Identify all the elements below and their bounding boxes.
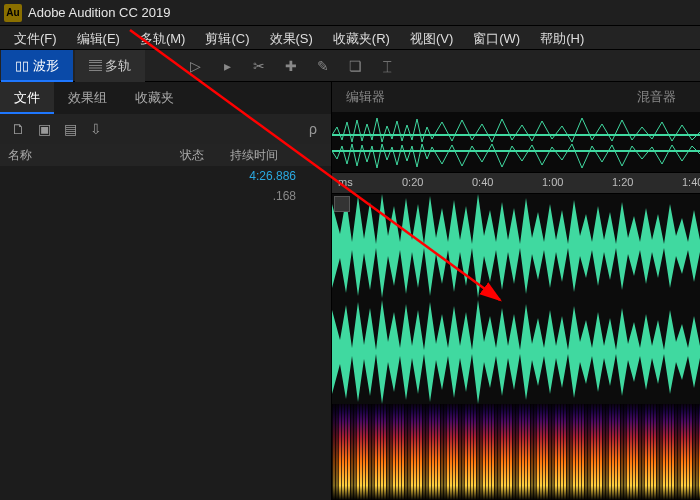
menu-file[interactable]: 文件(F) bbox=[4, 26, 67, 49]
col-name[interactable]: 名称 bbox=[0, 147, 180, 164]
title-bar: Au Adobe Audition CC 2019 bbox=[0, 0, 700, 26]
ruler-mark: 0:20 bbox=[402, 176, 423, 188]
panel-toolbar: 🗋 ▣ ▤ ⇩ ρ bbox=[0, 114, 331, 144]
menu-clip[interactable]: 剪辑(C) bbox=[195, 26, 259, 49]
menu-window[interactable]: 窗口(W) bbox=[463, 26, 530, 49]
app-icon: Au bbox=[4, 4, 22, 22]
file-list-header: 名称 状态 持续时间 bbox=[0, 144, 331, 166]
panel-tabs: 文件 效果组 收藏夹 bbox=[0, 82, 331, 114]
import-icon[interactable]: ⇩ bbox=[86, 120, 106, 138]
multitrack-icon: ▤ bbox=[89, 58, 102, 73]
workspace-waveform-label: 波形 bbox=[33, 58, 59, 73]
main-area: 文件 效果组 收藏夹 🗋 ▣ ▤ ⇩ ρ 名称 状态 持续时间 4:26.886 bbox=[0, 82, 700, 500]
razor-tool-icon[interactable]: ✂ bbox=[250, 58, 268, 74]
brush-tool-icon[interactable]: ✎ bbox=[314, 58, 332, 74]
spectrogram[interactable] bbox=[332, 404, 700, 500]
editor-panel: 编辑器 混音器 ms 0:20 0:40 1:00 1:20 1:40 bbox=[332, 82, 700, 500]
file-list: 4:26.886 .168 bbox=[0, 166, 331, 206]
workspace-waveform-button[interactable]: ▯▯ 波形 bbox=[1, 50, 73, 82]
move-tool-icon[interactable]: ▷ bbox=[186, 58, 204, 74]
menu-help[interactable]: 帮助(H) bbox=[530, 26, 594, 49]
workspace-multitrack-button[interactable]: ▤ 多轨 bbox=[75, 50, 146, 82]
ruler-unit: ms bbox=[338, 176, 353, 188]
main-waveform[interactable] bbox=[332, 194, 700, 404]
workspace-multitrack-label: 多轨 bbox=[105, 58, 131, 73]
track-handle[interactable] bbox=[334, 196, 350, 212]
file-row[interactable]: 4:26.886 bbox=[0, 166, 331, 186]
cursor-tool-icon[interactable]: ▸ bbox=[218, 58, 236, 74]
search-icon[interactable]: ρ bbox=[303, 120, 323, 138]
selection-tool-icon[interactable]: ⌶ bbox=[378, 58, 396, 74]
svg-rect-0 bbox=[332, 112, 700, 172]
col-duration[interactable]: 持续时间 bbox=[230, 147, 310, 164]
tab-mixer[interactable]: 混音器 bbox=[623, 82, 690, 112]
stamp-tool-icon[interactable]: ❏ bbox=[346, 58, 364, 74]
file-duration: .168 bbox=[230, 189, 310, 203]
record-icon[interactable]: ▣ bbox=[34, 120, 54, 138]
tab-effects-rack[interactable]: 效果组 bbox=[54, 82, 121, 114]
time-ruler[interactable]: ms 0:20 0:40 1:00 1:20 1:40 bbox=[332, 172, 700, 194]
editor-tabs: 编辑器 混音器 bbox=[332, 82, 700, 112]
menu-bar: 文件(F) 编辑(E) 多轨(M) 剪辑(C) 效果(S) 收藏夹(R) 视图(… bbox=[0, 26, 700, 50]
toolbar: ▯▯ 波形 ▤ 多轨 ▷ ▸ ✂ ✚ ✎ ❏ ⌶ bbox=[0, 50, 700, 82]
ruler-mark: 1:40 bbox=[682, 176, 700, 188]
col-status[interactable]: 状态 bbox=[180, 147, 230, 164]
ruler-mark: 0:40 bbox=[472, 176, 493, 188]
ruler-mark: 1:00 bbox=[542, 176, 563, 188]
tab-favorites[interactable]: 收藏夹 bbox=[121, 82, 188, 114]
waveform-icon: ▯▯ bbox=[15, 58, 29, 73]
heal-tool-icon[interactable]: ✚ bbox=[282, 58, 300, 74]
file-row[interactable]: .168 bbox=[0, 186, 331, 206]
new-multitrack-icon[interactable]: ▤ bbox=[60, 120, 80, 138]
tab-editor[interactable]: 编辑器 bbox=[332, 82, 399, 112]
files-panel: 文件 效果组 收藏夹 🗋 ▣ ▤ ⇩ ρ 名称 状态 持续时间 4:26.886 bbox=[0, 82, 332, 500]
menu-multitrack[interactable]: 多轨(M) bbox=[130, 26, 196, 49]
tab-files[interactable]: 文件 bbox=[0, 82, 54, 114]
menu-favorites[interactable]: 收藏夹(R) bbox=[323, 26, 400, 49]
file-duration: 4:26.886 bbox=[230, 169, 310, 183]
overview-waveform[interactable] bbox=[332, 112, 700, 172]
ruler-mark: 1:20 bbox=[612, 176, 633, 188]
menu-effects[interactable]: 效果(S) bbox=[260, 26, 323, 49]
menu-view[interactable]: 视图(V) bbox=[400, 26, 463, 49]
app-title: Adobe Audition CC 2019 bbox=[28, 5, 170, 20]
open-file-icon[interactable]: 🗋 bbox=[8, 120, 28, 138]
tool-icons: ▷ ▸ ✂ ✚ ✎ ❏ ⌶ bbox=[186, 58, 396, 74]
menu-edit[interactable]: 编辑(E) bbox=[67, 26, 130, 49]
